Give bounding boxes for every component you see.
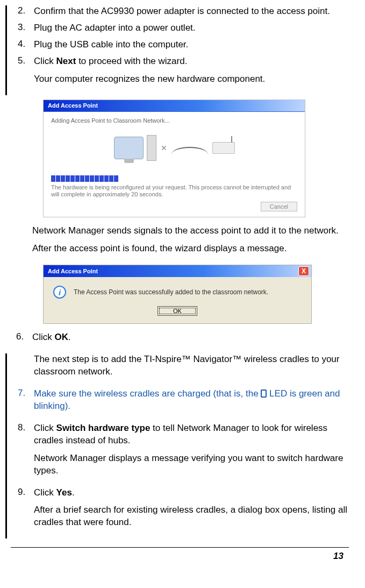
dialog-message: The hardware is being reconfigured at yo… [51, 184, 297, 199]
dialog-status: Adding Access Point to Classroom Network… [51, 117, 297, 124]
result-text: Network Manager displays a message verif… [34, 452, 349, 477]
text: Make sure the wireless cradles are charg… [34, 388, 261, 399]
result-text: Your computer recognizes the new hardwar… [34, 73, 349, 86]
ok-button[interactable]: OK [158, 306, 197, 316]
text: Click [34, 487, 56, 498]
step-7: 7. Make sure the wireless cradles are ch… [7, 388, 354, 418]
text: . [72, 487, 75, 498]
text: . [68, 332, 71, 342]
cancel-button[interactable]: Cancel [261, 202, 297, 211]
disconnect-x-icon: ✕ [161, 144, 167, 152]
bold-text: Switch hardware type [56, 423, 151, 433]
step-9: 9. Click Yes. After a brief search for e… [7, 487, 354, 535]
text: Click [34, 56, 56, 66]
close-button[interactable]: X [298, 266, 309, 276]
step-text: Plug the AC adapter into a power outlet. [34, 22, 354, 34]
dialog-title: Add Access Point [48, 268, 98, 274]
close-icon: X [302, 267, 306, 275]
step-number: 7. [7, 388, 34, 418]
step-2: 2. Confirm that the AC9930 power adapter… [7, 5, 354, 18]
text: Network Manager sends signals to the acc… [32, 225, 349, 237]
text: to proceed with the wizard. [76, 56, 187, 66]
page-number: 13 [5, 548, 354, 562]
step-5: 5. Click Next to proceed with the wizard… [7, 55, 354, 91]
wizard-dialog-progress: Add Access Point Adding Access Point to … [43, 100, 305, 218]
step-number: 3. [7, 22, 34, 34]
step-8: 8. Click Switch hardware type to tell Ne… [7, 422, 354, 483]
info-icon: i [53, 286, 66, 299]
step-5-followup: Network Manager sends signals to the acc… [5, 225, 354, 260]
dialog-message: The Access Point was successfully added … [74, 288, 268, 296]
dialog-titlebar: Add Access Point [44, 100, 305, 112]
dialog-titlebar: Add Access Point X [44, 265, 311, 277]
step-6-result: The next step is to add the TI-Nspire™ N… [7, 353, 354, 384]
step-number: 5. [7, 55, 34, 91]
wizard-dialog-success: Add Access Point X i The Access Point wa… [43, 265, 312, 324]
progress-bar [51, 175, 297, 182]
step-4: 4. Plug the USB cable into the computer. [7, 39, 354, 51]
step-number: 8. [7, 422, 34, 483]
step-6: 6. Click OK. [5, 331, 354, 349]
led-icon [261, 389, 267, 398]
cable-icon [171, 147, 208, 154]
bold-text: Yes [56, 487, 72, 498]
dialog-title: Add Access Point [48, 102, 98, 109]
step-text: Plug the USB cable into the computer. [34, 39, 354, 51]
step-3: 3. Plug the AC adapter into a power outl… [7, 22, 354, 34]
step-number: 9. [7, 487, 34, 535]
tower-icon [147, 135, 156, 161]
text: Click [34, 423, 56, 433]
result-text: The next step is to add the TI-Nspire™ N… [34, 353, 349, 378]
step-text: Click Next to proceed with the wizard. Y… [34, 55, 354, 91]
dialog-illustration: ✕ [51, 124, 297, 172]
step-number: 2. [7, 5, 34, 18]
result-text: After a brief search for existing wirele… [34, 504, 349, 529]
text: After the access point is found, the wiz… [32, 243, 349, 255]
router-icon [212, 142, 235, 154]
bold-text: OK [55, 332, 69, 342]
step-number: 6. [5, 331, 32, 349]
bold-text: Next [56, 56, 76, 66]
step-text: Confirm that the AC9930 power adapter is… [34, 5, 354, 18]
monitor-icon [114, 137, 144, 159]
text: Click [32, 332, 55, 342]
step-number: 4. [7, 39, 34, 51]
